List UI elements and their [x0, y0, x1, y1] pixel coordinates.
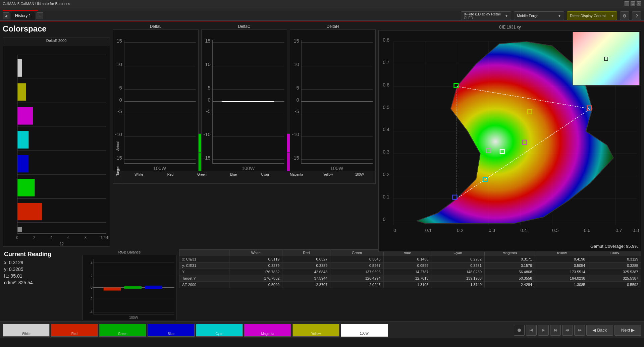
delta-h-title: DeltaH [290, 24, 376, 29]
table-header-red: Red [282, 250, 330, 256]
prev-frame-button[interactable] [526, 325, 537, 336]
color-button-yellow[interactable]: Yellow [292, 324, 339, 337]
y-label: y: [4, 267, 8, 272]
color-button-label: 100W [360, 332, 369, 335]
color-button-magenta[interactable]: Magenta [244, 324, 291, 337]
title-bar: CalMAN 5 CalMAN Ultimate for Business ─ … [0, 0, 644, 7]
svg-text:0.2: 0.2 [383, 172, 390, 177]
device2-label: Mobile Forge [517, 14, 538, 18]
back-button[interactable]: ◀ Back [586, 325, 613, 336]
color-button-100w[interactable]: 100W [341, 324, 388, 337]
delta-l-title: DeltaL [113, 24, 199, 29]
settings-button[interactable]: ⚙ [620, 11, 629, 20]
table-cell-label: ΔE 2000 [179, 282, 229, 288]
help-button[interactable]: ? [632, 11, 641, 20]
svg-text:0.6: 0.6 [383, 82, 390, 88]
svg-text:-15: -15 [203, 155, 211, 161]
table-cell: 0.3285 [588, 263, 641, 269]
table-cell: 0.0599 [383, 263, 431, 269]
table-cell: 0.1579 [484, 263, 535, 269]
color-button-label: Magenta [261, 332, 274, 336]
skip-fwd-button[interactable] [574, 325, 585, 336]
table-body: x: CIE310.31190.63270.30450.14860.22620.… [179, 256, 641, 288]
page-title: Colorspace [3, 24, 110, 34]
device-selector-2[interactable]: Mobile Forge ▼ [514, 11, 564, 20]
tab-add-button[interactable]: + [37, 12, 43, 19]
nav-controls: ◀ Back Next ▶ [514, 325, 641, 336]
swatch-name-white: White [123, 171, 155, 178]
play-button[interactable] [538, 325, 549, 336]
color-button-white[interactable]: White [3, 324, 50, 337]
svg-text:0.2: 0.2 [457, 228, 464, 233]
gamut-coverage-text: Gamut Coverage: 95.9% [590, 244, 638, 249]
app-title: CalMAN 5 CalMAN Ultimate for Business [3, 2, 70, 6]
device-selector-1[interactable]: X-Rite i1Display Retail OLED ▼ [461, 11, 511, 20]
svg-marker-128 [566, 329, 568, 332]
minimize-button[interactable]: ─ [625, 1, 629, 6]
color-button-green[interactable]: Green [99, 324, 146, 337]
device2-info: Mobile Forge [517, 14, 538, 18]
table-cell: 0.5054 [535, 263, 588, 269]
svg-text:-10: -10 [203, 131, 211, 137]
svg-text:10: 10 [116, 61, 122, 67]
svg-text:-15: -15 [115, 155, 122, 161]
svg-text:100W: 100W [241, 165, 255, 171]
skip-back-button[interactable] [562, 325, 573, 336]
color-button-blue[interactable]: Blue [148, 324, 195, 337]
table-header-green: Green [330, 250, 383, 256]
table-cell: 325.5387 [588, 269, 641, 275]
svg-point-121 [518, 329, 521, 332]
device-selector-3[interactable]: Direct Display Control ▼ [567, 11, 617, 20]
table-cell: 0.5967 [330, 263, 383, 269]
table-cell: 0.3389 [282, 263, 330, 269]
table-cell: 176.7852 [229, 269, 282, 275]
cie-chart-area: 0.8 0.7 0.6 0.5 0.4 0.3 0.2 0.1 0 0 0.1 … [378, 30, 641, 252]
delta-l-container: DeltaL 15 10 5 0 -5 -10 -15 [113, 24, 199, 128]
record-button[interactable] [514, 325, 525, 336]
table-row: ΔE 20000.50992.87072.02451.31051.37402.4… [179, 282, 641, 288]
svg-text:10: 10 [205, 61, 211, 67]
svg-text:6: 6 [67, 235, 69, 240]
svg-text:15: 15 [116, 38, 122, 44]
tab-prev-button[interactable]: ◀ [3, 12, 9, 19]
colorspace-header: Colorspace [3, 24, 110, 35]
svg-text:-4: -4 [90, 309, 93, 314]
svg-text:0.5: 0.5 [383, 105, 390, 110]
bar-white [17, 59, 22, 77]
close-button[interactable]: ✕ [637, 1, 641, 6]
color-picker-inset [573, 32, 640, 85]
color-button-cyan[interactable]: Cyan [196, 324, 243, 337]
swatch-name-yellow: Yellow [312, 171, 344, 178]
table-cell: 14.2787 [383, 269, 431, 275]
maximize-button[interactable]: □ [631, 1, 635, 6]
y-reading: y: 0.3285 [4, 267, 78, 272]
table-cell: 2.4284 [484, 282, 535, 288]
cdm2-reading: cd/m²: 325.54 [4, 280, 78, 285]
cie-column: CIE 1931 xy 0.8 0.7 0.6 0.5 0.4 0.3 0.2 … [378, 24, 641, 247]
rgb-balance-title: RGB Balance [83, 249, 176, 255]
device1-arrow: ▼ [505, 14, 508, 18]
tab-history1[interactable]: History 1 [11, 12, 35, 20]
svg-text:100W: 100W [330, 165, 343, 171]
table-cell: 0.1486 [383, 256, 431, 263]
tab-label: History 1 [15, 13, 31, 18]
rgb-red-bar [104, 288, 121, 291]
svg-text:0.6: 0.6 [584, 228, 591, 233]
swatch-name-magenta: Magenta [281, 171, 312, 178]
table-cell: 0.5099 [229, 282, 282, 288]
svg-text:15: 15 [205, 38, 211, 44]
table-cell-label: Target Y [179, 275, 229, 282]
device2-arrow: ▼ [558, 14, 561, 18]
table-cell: 37.5944 [282, 275, 330, 282]
color-button-red[interactable]: Red [51, 324, 98, 337]
next-frame-button[interactable] [550, 325, 561, 336]
table-cell: 0.3171 [484, 256, 535, 263]
table-cell: 12.7613 [383, 275, 431, 282]
delta-c-container: DeltaC 15 10 5 0 -5 -10 -15 [201, 24, 287, 128]
table-cell: 0.6327 [282, 256, 330, 263]
svg-text:0: 0 [393, 228, 396, 233]
device1-sublabel: OLED [464, 16, 500, 20]
actual-label: Actual [116, 141, 120, 151]
svg-text:0.7: 0.7 [383, 60, 390, 65]
next-button[interactable]: Next ▶ [614, 325, 641, 336]
